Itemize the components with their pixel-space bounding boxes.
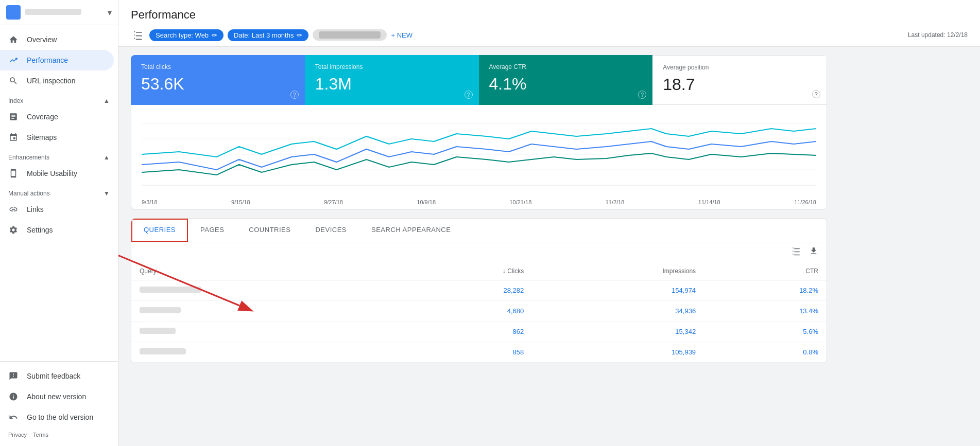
performance-chart	[142, 113, 816, 195]
main-content: Performance Search type: Web ✏ Date: Las…	[118, 0, 980, 446]
x-label-1: 9/15/18	[231, 199, 250, 205]
sidebar-item-overview[interactable]: Overview	[0, 29, 114, 50]
download-table-icon[interactable]	[809, 246, 818, 258]
blurred-query	[140, 328, 176, 334]
sidebar-section-manual-actions[interactable]: Manual actions ▼	[0, 186, 118, 199]
query-cell	[131, 280, 402, 301]
tab-devices[interactable]: DEVICES	[303, 219, 359, 242]
blurred-query	[140, 287, 201, 293]
table-row[interactable]: 862 15,342 5.6%	[131, 322, 827, 342]
blurred-query	[140, 348, 186, 354]
search-type-label: Search type: Web	[156, 31, 209, 39]
query-cell	[131, 342, 402, 363]
total-clicks-card[interactable]: Total clicks 53.6K ?	[131, 55, 305, 105]
sidebar-item-submit-feedback[interactable]: Submit feedback	[0, 366, 114, 386]
total-impressions-label: Total impressions	[315, 63, 469, 70]
x-label-2: 9/27/18	[324, 199, 343, 205]
total-impressions-help[interactable]: ?	[465, 91, 473, 99]
average-position-help[interactable]: ?	[812, 90, 820, 98]
date-chip[interactable]: Date: Last 3 months ✏	[228, 29, 308, 41]
settings-icon	[8, 225, 19, 235]
impressions-cell: 15,342	[532, 322, 704, 342]
sidebar-item-performance[interactable]: Performance	[0, 50, 114, 70]
table-row[interactable]: 4,680 34,936 13.4%	[131, 301, 827, 322]
clicks-cell: 28,282	[402, 280, 532, 301]
privacy-link[interactable]: Privacy	[8, 432, 27, 438]
x-label-7: 11/26/18	[794, 199, 816, 205]
tab-search-appearance[interactable]: SEARCH APPEARANCE	[359, 219, 463, 242]
sidebar-item-performance-label: Performance	[27, 56, 68, 64]
filter-button[interactable]	[131, 28, 145, 42]
table-row[interactable]: 858 105,939 0.8%	[131, 342, 827, 363]
sidebar-item-url-inspection[interactable]: URL inspection	[0, 70, 114, 91]
query-cell	[131, 301, 402, 322]
sort-down-icon: ↓	[503, 267, 507, 275]
sidebar-item-coverage[interactable]: Coverage	[0, 106, 114, 127]
sidebar-item-sitemaps[interactable]: Sitemaps	[0, 127, 114, 148]
site-name	[25, 9, 108, 16]
search-icon	[8, 76, 19, 86]
sidebar-footer: Submit feedback About new version Go to …	[0, 361, 118, 446]
trending-up-icon	[8, 55, 19, 65]
impressions-cell: 154,974	[532, 280, 704, 301]
sidebar-section-enhancements[interactable]: Enhancements ▲	[0, 150, 118, 163]
sidebar-item-about-new-version-label: About new version	[27, 393, 86, 401]
metric-cards: Total clicks 53.6K ? Total impressions 1…	[131, 55, 827, 105]
sidebar-section-enhancements-label: Enhancements	[8, 154, 49, 161]
search-type-chip[interactable]: Search type: Web ✏	[149, 29, 223, 41]
content-area: Total clicks 53.6K ? Total impressions 1…	[118, 47, 980, 446]
content-inner: Total clicks 53.6K ? Total impressions 1…	[118, 47, 839, 371]
x-label-6: 11/14/18	[698, 199, 720, 205]
search-type-edit-icon: ✏	[212, 31, 217, 39]
sidebar-section-index[interactable]: Index ▲	[0, 93, 118, 106]
page-title: Performance	[131, 8, 968, 22]
total-clicks-label: Total clicks	[141, 63, 295, 70]
filter-table-icon[interactable]	[792, 246, 801, 258]
tab-pages[interactable]: PAGES	[188, 219, 236, 242]
sidebar-item-links[interactable]: Links	[0, 199, 114, 220]
sidebar-item-url-inspection-label: URL inspection	[27, 77, 75, 85]
link-icon	[8, 204, 19, 215]
average-ctr-label: Average CTR	[489, 63, 643, 70]
ctr-cell: 5.6%	[704, 322, 827, 342]
undo-icon	[8, 412, 19, 422]
info-icon	[8, 391, 19, 402]
date-label: Date: Last 3 months	[234, 31, 294, 39]
toolbar: Search type: Web ✏ Date: Last 3 months ✏…	[131, 28, 968, 42]
sidebar-item-settings[interactable]: Settings	[0, 220, 114, 240]
col-query: Query	[131, 262, 402, 280]
sidebar-section-manual-actions-label: Manual actions	[8, 190, 50, 197]
tab-queries[interactable]: QUERIES	[131, 219, 188, 242]
chart-x-labels: 9/3/18 9/15/18 9/27/18 10/9/18 10/21/18 …	[142, 197, 816, 205]
sidebar-header: ▾	[0, 0, 118, 25]
feedback-icon	[8, 371, 19, 381]
collapse-enhancements-icon: ▲	[104, 154, 110, 161]
blurred-chip[interactable]	[313, 29, 387, 41]
sidebar-section-index-label: Index	[8, 97, 23, 104]
tabs-section: QUERIES PAGES COUNTRIES DEVICES SEARCH A…	[131, 218, 827, 363]
blurred-chip-content	[319, 31, 381, 39]
average-ctr-card[interactable]: Average CTR 4.1% ?	[479, 55, 653, 105]
sidebar-nav: Overview Performance URL inspection Inde…	[0, 25, 118, 361]
new-filter-button[interactable]: + NEW	[391, 31, 412, 39]
total-impressions-value: 1.3M	[315, 75, 469, 94]
sidebar-item-mobile-usability[interactable]: Mobile Usability	[0, 163, 114, 184]
home-icon	[8, 34, 19, 45]
average-position-card[interactable]: Average position 18.7 ?	[652, 55, 827, 105]
tab-countries[interactable]: COUNTRIES	[236, 219, 303, 242]
average-ctr-help[interactable]: ?	[638, 91, 646, 99]
average-position-value: 18.7	[663, 75, 816, 94]
site-dropdown-icon[interactable]: ▾	[108, 8, 112, 17]
ctr-cell: 13.4%	[704, 301, 827, 322]
total-impressions-card[interactable]: Total impressions 1.3M ?	[305, 55, 479, 105]
terms-link[interactable]: Terms	[33, 432, 48, 438]
sidebar-item-go-to-old-version[interactable]: Go to the old version	[0, 407, 114, 427]
sidebar-item-settings-label: Settings	[27, 226, 53, 234]
sidebar-item-about-new-version[interactable]: About new version	[0, 386, 114, 407]
average-ctr-value: 4.1%	[489, 75, 643, 94]
table-controls	[131, 242, 827, 262]
total-clicks-help[interactable]: ?	[290, 91, 299, 99]
collapse-index-icon: ▲	[104, 97, 110, 104]
ctr-cell: 0.8%	[704, 342, 827, 363]
table-row[interactable]: 28,282 154,974 18.2%	[131, 280, 827, 301]
